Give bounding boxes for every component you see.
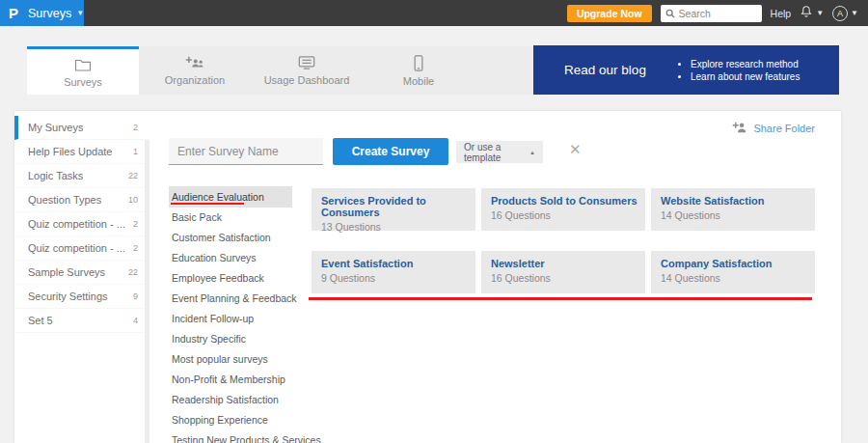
- blog-banner[interactable]: Read our blog Explore research method Le…: [533, 45, 839, 95]
- template-card-questions: 9 Questions: [321, 272, 475, 284]
- header-actions: Upgrade Now Help ▼ A ▼: [567, 5, 868, 22]
- template-card-title: Website Satisfaction: [661, 195, 815, 207]
- search-input[interactable]: [679, 8, 756, 19]
- top-header-bar: P Surveys ▼ Upgrade Now Help ▼: [0, 0, 868, 26]
- template-card[interactable]: Event Satisfaction 9 Questions: [312, 251, 475, 293]
- template-category-item[interactable]: Basic Pack: [169, 208, 292, 228]
- sidebar-folder-item[interactable]: Set 5 4: [14, 309, 149, 333]
- share-folder-button[interactable]: Share Folder: [732, 120, 815, 137]
- use-template-dropdown[interactable]: Or use a template ▲: [456, 141, 543, 163]
- app-switcher-menu[interactable]: Surveys ▼: [28, 7, 84, 20]
- account-menu[interactable]: A ▼: [832, 6, 858, 21]
- template-category-item[interactable]: Testing New Products & Services: [169, 430, 292, 443]
- blog-bullet: Explore research method: [691, 59, 800, 69]
- app-window: P Surveys ▼ Upgrade Now Help ▼: [0, 0, 868, 443]
- folder-label: Question Types: [28, 194, 101, 206]
- template-category-item[interactable]: Education Surveys: [169, 248, 292, 268]
- folder-label: Set 5: [28, 315, 53, 326]
- template-cards-grid: Services Provided to Consumers 13 Questi…: [312, 188, 815, 293]
- template-card-questions: 13 Questions: [321, 221, 475, 233]
- folder-count-badge: 1: [133, 147, 138, 156]
- template-category-item[interactable]: Customer Satisfaction: [169, 228, 292, 248]
- sidebar-folder-item[interactable]: My Surveys 2: [14, 116, 149, 140]
- template-card-title: Event Satisfaction: [321, 258, 475, 269]
- folder-label: Quiz competition - ...: [28, 218, 125, 230]
- search-icon: [665, 5, 675, 22]
- tab-label: Surveys: [64, 76, 102, 88]
- red-annotation-underline: [171, 203, 244, 205]
- template-category-item[interactable]: Employee Feedback: [169, 268, 292, 289]
- template-card[interactable]: Company Satisfaction 14 Questions: [651, 251, 815, 293]
- create-survey-button[interactable]: Create Survey: [333, 138, 448, 165]
- close-icon[interactable]: ✕: [569, 142, 582, 156]
- template-category-item[interactable]: Event Planning & Feedback: [169, 289, 292, 309]
- mobile-icon: [413, 55, 424, 71]
- tab-label: Organization: [165, 74, 225, 86]
- template-categories-list: Audience Evaluation Basic Pack Customer …: [169, 186, 292, 443]
- sidebar-folder-item[interactable]: Question Types 10: [14, 188, 149, 212]
- folder-count-badge: 10: [128, 195, 138, 205]
- template-category-item[interactable]: Incident Follow-up: [169, 309, 292, 329]
- blog-banner-bullets: Explore research method Learn about new …: [677, 57, 800, 84]
- sidebar-folder-item[interactable]: Quiz competition - ... 2: [14, 212, 149, 236]
- chevron-down-icon: ▼: [816, 10, 824, 17]
- template-card[interactable]: Products Sold to Consumers 16 Questions: [481, 188, 645, 231]
- sidebar-folder-item[interactable]: Security Settings 9: [14, 285, 149, 309]
- proprofs-logo[interactable]: P: [9, 6, 18, 20]
- app-switcher-label: Surveys: [28, 7, 71, 20]
- template-category-item[interactable]: Readership Satisfaction: [169, 390, 292, 410]
- use-template-label: Or use a template: [464, 142, 529, 163]
- template-card-questions: 14 Questions: [661, 209, 815, 221]
- folder-count-badge: 22: [128, 267, 138, 277]
- survey-name-input[interactable]: [169, 138, 323, 165]
- folder-label: Logic Tasks: [28, 170, 83, 181]
- tab-mobile[interactable]: Mobile: [363, 46, 475, 95]
- folder-label: My Surveys: [28, 122, 83, 133]
- chevron-down-icon: ▼: [851, 10, 858, 17]
- folder-label: Quiz competition - ...: [28, 242, 125, 254]
- template-card-title: Company Satisfaction: [661, 258, 815, 269]
- template-category-item[interactable]: Industry Specific: [169, 329, 292, 349]
- template-card-questions: 16 Questions: [491, 272, 645, 284]
- notifications-menu[interactable]: ▼: [800, 5, 824, 22]
- tab-organization[interactable]: Organization: [139, 46, 251, 95]
- template-card[interactable]: Website Satisfaction 14 Questions: [651, 188, 815, 231]
- help-link[interactable]: Help: [771, 8, 792, 19]
- chevron-down-icon: ▼: [76, 10, 84, 17]
- folder-label: Help Files Update: [28, 146, 112, 157]
- add-person-icon: [732, 120, 746, 137]
- dashboard-icon: [297, 55, 316, 70]
- template-category-item[interactable]: Shopping Experience: [169, 410, 292, 430]
- template-category-item[interactable]: Most popular surveys: [169, 349, 292, 370]
- tab-usage-dashboard[interactable]: Usage Dashboard: [251, 46, 363, 95]
- template-card[interactable]: Newsletter 16 Questions: [481, 251, 645, 293]
- upgrade-now-button[interactable]: Upgrade Now: [567, 5, 652, 22]
- folder-count-badge: 2: [133, 243, 138, 253]
- template-card[interactable]: Services Provided to Consumers 13 Questi…: [312, 188, 475, 231]
- folder-count-badge: 2: [133, 123, 138, 132]
- tab-surveys[interactable]: Surveys: [27, 46, 139, 95]
- blog-banner-title: Read our blog: [533, 63, 677, 77]
- search-box[interactable]: [661, 5, 762, 22]
- template-card-questions: 16 Questions: [491, 209, 645, 221]
- template-category-item[interactable]: Non-Profit & Membership: [169, 370, 292, 390]
- organization-icon: [185, 55, 204, 70]
- brand-area: P Surveys ▼: [0, 0, 84, 26]
- bell-icon: [800, 5, 813, 22]
- chevron-up-icon: ▲: [529, 150, 535, 155]
- share-folder-label: Share Folder: [753, 123, 815, 134]
- sidebar-folder-item[interactable]: Help Files Update 1: [14, 140, 149, 164]
- template-card-questions: 14 Questions: [661, 272, 815, 284]
- sidebar-folder-item[interactable]: Quiz competition - ... 2: [14, 236, 149, 261]
- folder-count-badge: 9: [133, 291, 138, 301]
- sidebar-folder-item[interactable]: Logic Tasks 22: [14, 164, 149, 188]
- red-annotation-line: [309, 297, 812, 300]
- main-tabs: Surveys Organization Usage Dashboard Mob…: [27, 46, 533, 95]
- template-card-title: Services Provided to Consumers: [321, 195, 475, 218]
- sidebar-folder-item[interactable]: Sample Surveys 22: [14, 261, 149, 285]
- blog-bullet: Learn about new features: [691, 71, 800, 82]
- folder-count-badge: 2: [133, 219, 138, 229]
- sidebar-scrollbar[interactable]: [145, 140, 149, 443]
- template-card-title: Newsletter: [491, 258, 645, 269]
- folders-sidebar: My Surveys 2 Help Files Update 1 Logic T…: [14, 116, 149, 333]
